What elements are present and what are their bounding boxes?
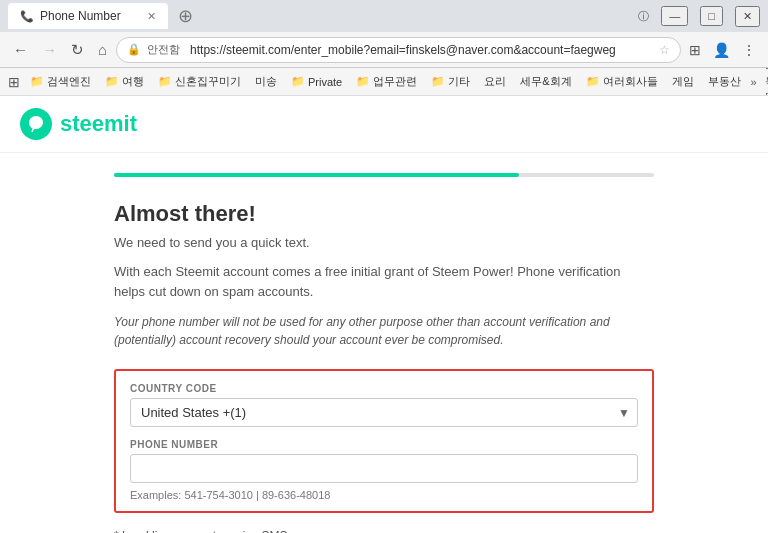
extensions-button[interactable]: ⊞ [685, 40, 705, 60]
folder-icon: 📁 [30, 75, 44, 88]
bookmark-label: 부동산 [708, 74, 741, 89]
bookmark-label: 여행 [122, 74, 144, 89]
chrome-info: ⓘ [638, 9, 649, 24]
bookmark-label: 기타 [448, 74, 470, 89]
folder-icon: 📁 [586, 75, 600, 88]
minimize-button[interactable]: — [661, 6, 688, 26]
country-code-label: COUNTRY CODE [130, 383, 638, 394]
bookmark-여러회사들[interactable]: 📁 여러회사들 [582, 73, 662, 90]
country-select-wrapper: United States +(1) United Kingdom +(44) … [130, 398, 638, 427]
logo-text: steemit [60, 111, 137, 137]
url-display: https://steemit.com/enter_mobile?email=f… [190, 43, 653, 57]
bookmark-label: 검색엔진 [47, 74, 91, 89]
bookmark-미송[interactable]: 미송 [251, 73, 281, 90]
form-section: COUNTRY CODE United States +(1) United K… [114, 369, 654, 513]
steemit-logo[interactable]: steemit [20, 108, 137, 140]
new-tab-button[interactable]: ⊕ [178, 5, 193, 27]
steemit-logo-svg [26, 114, 46, 134]
navigation-bar: ← → ↻ ⌂ 🔒 안전함 https://steemit.com/enter_… [0, 32, 768, 68]
progress-bar-container [114, 173, 654, 177]
back-button[interactable]: ← [8, 39, 33, 60]
refresh-button[interactable]: ↻ [66, 39, 89, 61]
lock-icon: 🔒 [127, 43, 141, 56]
security-label: 안전함 [147, 42, 180, 57]
phone-number-label: PHONE NUMBER [130, 439, 638, 450]
bookmark-검색엔진[interactable]: 📁 검색엔진 [26, 73, 95, 90]
bookmark-label: 미송 [255, 74, 277, 89]
profile-button[interactable]: 👤 [709, 40, 734, 60]
bookmark-신혼집꾸미기[interactable]: 📁 신혼집꾸미기 [154, 73, 245, 90]
page-title: Almost there! [114, 201, 654, 227]
folder-icon: 📁 [158, 75, 172, 88]
folder-icon: 📁 [431, 75, 445, 88]
bookmark-여행[interactable]: 📁 여행 [101, 73, 148, 90]
bookmark-private[interactable]: 📁 Private [287, 74, 346, 89]
folder-icon: 📁 [105, 75, 119, 88]
bookmark-부동산[interactable]: 부동산 [704, 73, 745, 90]
bookmark-게임[interactable]: 게임 [668, 73, 698, 90]
site-header: steemit [0, 96, 768, 153]
tab-title: Phone Number [40, 9, 121, 23]
notes-section: * Land lines cannot receive SMS messages… [114, 529, 654, 533]
page-subtitle: We need to send you a quick text. [114, 235, 654, 250]
country-code-field: COUNTRY CODE United States +(1) United K… [130, 383, 638, 427]
progress-bar [114, 173, 519, 177]
main-container: Almost there! We need to send you a quic… [84, 153, 684, 533]
page-content: steemit Almost there! We need to send yo… [0, 96, 768, 533]
tab-strip: 📞 Phone Number ✕ ⊕ [8, 3, 193, 29]
active-tab[interactable]: 📞 Phone Number ✕ [8, 3, 168, 29]
maximize-button[interactable]: □ [700, 6, 723, 26]
bookmarks-more-button[interactable]: » [751, 76, 757, 88]
bookmark-label: 신혼집꾸미기 [175, 74, 241, 89]
bookmark-업무관련[interactable]: 📁 업무관련 [352, 73, 421, 90]
apps-icon[interactable]: ⊞ [8, 74, 20, 90]
bookmark-label: Private [308, 76, 342, 88]
bookmark-label: 세무&회계 [520, 74, 571, 89]
home-button[interactable]: ⌂ [93, 39, 112, 60]
title-bar: 📞 Phone Number ✕ ⊕ ⓘ — □ ✕ [0, 0, 768, 32]
forward-button[interactable]: → [37, 39, 62, 60]
note-landlines: * Land lines cannot receive SMS messages [114, 529, 654, 533]
phone-number-field: PHONE NUMBER Examples: 541-754-3010 | 89… [130, 439, 638, 501]
italic-disclaimer: Your phone number will not be used for a… [114, 313, 654, 349]
phone-number-input[interactable] [130, 454, 638, 483]
folder-icon: 📁 [356, 75, 370, 88]
bookmarks-bar: ⊞ 📁 검색엔진 📁 여행 📁 신혼집꾸미기 미송 📁 Private 📁 업무… [0, 68, 768, 96]
bookmark-label: 게임 [672, 74, 694, 89]
bookmark-label: 여러회사들 [603, 74, 658, 89]
body-text: With each Steemit account comes a free i… [114, 262, 654, 301]
examples-text: Examples: 541-754-3010 | 89-636-48018 [130, 489, 638, 501]
address-bar[interactable]: 🔒 안전함 https://steemit.com/enter_mobile?e… [116, 37, 681, 63]
country-select[interactable]: United States +(1) United Kingdom +(44) … [130, 398, 638, 427]
bookmark-icon[interactable]: ☆ [659, 43, 670, 57]
close-button[interactable]: ✕ [735, 6, 760, 27]
bookmark-기타[interactable]: 📁 기타 [427, 73, 474, 90]
folder-icon: 📁 [291, 75, 305, 88]
tab-favicon: 📞 [20, 10, 34, 23]
bookmark-요리[interactable]: 요리 [480, 73, 510, 90]
bookmark-세무회계[interactable]: 세무&회계 [516, 73, 575, 90]
tab-close-button[interactable]: ✕ [147, 10, 156, 23]
bookmark-label: 업무관련 [373, 74, 417, 89]
logo-circle [20, 108, 52, 140]
nav-right-buttons: ⊞ 👤 ⋮ [685, 40, 760, 60]
settings-button[interactable]: ⋮ [738, 40, 760, 60]
bookmark-label: 요리 [484, 74, 506, 89]
window-controls: ⓘ — □ ✕ [638, 6, 760, 27]
